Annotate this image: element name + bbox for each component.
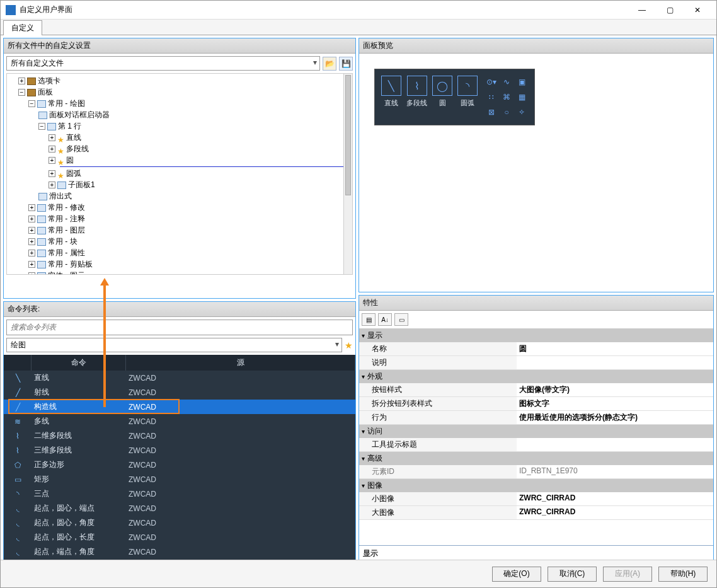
mini-icon[interactable]: ∿	[500, 76, 513, 88]
command-table[interactable]: 命令 源 ╲直线ZWCAD╱射线ZWCAD╱构造线ZWCAD≋多线ZWCAD⌇二…	[4, 355, 355, 562]
tree-scrollbar[interactable]	[343, 74, 352, 274]
mini-icon[interactable]: ▦	[515, 91, 528, 103]
command-row[interactable]: ◟起点，圆心，角度ZWCAD	[4, 516, 355, 530]
command-row[interactable]: ◟起点，端点，角度ZWCAD	[4, 545, 355, 559]
alphabetical-view-button[interactable]: A↓	[378, 313, 392, 326]
command-row[interactable]: ╱射线ZWCAD	[4, 385, 355, 400]
command-row[interactable]: ◝三点ZWCAD	[4, 487, 355, 501]
command-row[interactable]: ▭矩形ZWCAD	[4, 472, 355, 487]
command-source: ZWCAD	[126, 432, 355, 441]
properties-header: 特性	[359, 296, 713, 311]
tab-custom[interactable]: 自定义	[3, 20, 42, 35]
command-name: 三维多段线	[32, 445, 126, 456]
prop-small-img-value[interactable]: ZWRC_CIRRAD	[517, 492, 713, 505]
preview-item-line[interactable]: ╲直线	[381, 76, 401, 118]
title-bar: 自定义用户界面 — ▢ ✕	[1, 1, 716, 20]
command-name: 起点，圆心，端点	[32, 503, 126, 514]
prop-large-img-value[interactable]: ZWRC_CIRRAD	[517, 506, 713, 519]
customization-tree[interactable]: +选项卡 −面板 −常用 - 绘图 面板对话框启动器 −第 1 行	[7, 74, 352, 275]
tree-node-common-modify[interactable]: 常用 - 修改	[48, 203, 85, 212]
tab-strip: 自定义	[1, 20, 716, 35]
tree-node-arc[interactable]: 圆弧	[66, 169, 81, 178]
mini-icon[interactable]: ∷	[485, 91, 498, 103]
command-icon: ⌇	[4, 446, 32, 455]
command-search-input[interactable]: 搜索命令列表	[6, 320, 353, 335]
preview-item-circle[interactable]: ◯圆	[432, 76, 452, 118]
prop-behavior-value[interactable]: 使用最近使用的选项拆分(静态文字)	[517, 411, 713, 424]
pages-button[interactable]: ▭	[394, 313, 408, 326]
command-filter-dropdown[interactable]: 绘图	[6, 338, 342, 352]
command-row[interactable]: ╲直线ZWCAD	[4, 371, 355, 385]
help-button[interactable]: 帮助(H)	[658, 567, 708, 582]
command-icon: ▭	[4, 475, 32, 484]
command-source: ZWCAD	[126, 490, 355, 499]
app-icon	[6, 5, 16, 15]
apply-button[interactable]: 应用(A)	[603, 567, 652, 582]
tree-node-panel[interactable]: 面板	[38, 88, 53, 96]
save-button[interactable]: 💾	[339, 57, 353, 71]
command-name: 多线	[32, 416, 126, 427]
tree-node-ent-prim[interactable]: 实体 - 图元	[48, 271, 85, 275]
app-window: 自定义用户界面 — ▢ ✕ 自定义 所有文件中的自定义设置 所有自定义文件 📂 …	[0, 0, 717, 588]
prop-tooltip-value[interactable]	[517, 438, 713, 451]
open-folder-button[interactable]: 📂	[323, 57, 336, 71]
custom-settings-panel: 所有文件中的自定义设置 所有自定义文件 📂 💾 +选项卡 −面板	[3, 38, 356, 299]
command-row[interactable]: ≋多线ZWCAD	[4, 414, 355, 429]
mini-icon[interactable]: ⊠	[485, 106, 498, 118]
prop-btnstyle-value[interactable]: 大图像(带文字)	[517, 383, 713, 396]
command-row[interactable]: ◟起点，圆心，端点ZWCAD	[4, 501, 355, 516]
tree-node-tabcard[interactable]: 选项卡	[38, 76, 60, 85]
mini-icon[interactable]: ✧	[515, 106, 528, 118]
command-source: ZWCAD	[126, 388, 355, 397]
maximize-button[interactable]: ▢	[656, 1, 684, 19]
command-row[interactable]: ⌇三维多段线ZWCAD	[4, 443, 355, 458]
ok-button[interactable]: 确定(O)	[492, 567, 541, 582]
tree-node-line[interactable]: 直线	[66, 133, 81, 142]
tree-node-common-layer[interactable]: 常用 - 图层	[48, 226, 85, 234]
mini-icon[interactable]: ⊙▾	[485, 76, 498, 88]
tree-node-pline[interactable]: 多段线	[66, 144, 89, 153]
command-source: ZWCAD	[126, 475, 355, 484]
tree-node-common-annot[interactable]: 常用 - 注释	[48, 214, 85, 223]
mini-icon[interactable]: ▣	[515, 76, 528, 88]
command-list-header: 命令列表:	[4, 302, 355, 317]
property-grid[interactable]: ▾显示 名称圆 说明 ▾外观 按钮样式大图像(带文字) 拆分按钮列表样式图标文字…	[359, 329, 713, 520]
prop-split-value[interactable]: 图标文字	[517, 397, 713, 410]
command-name: 起点，圆心，角度	[32, 517, 126, 528]
col-header-command[interactable]: 命令	[32, 355, 126, 371]
close-button[interactable]: ✕	[684, 1, 711, 19]
minimize-button[interactable]: —	[628, 1, 656, 19]
tree-node-dialog-launcher[interactable]: 面板对话框启动器	[49, 110, 110, 119]
tree-node-row1[interactable]: 第 1 行	[58, 122, 81, 130]
prop-desc-value[interactable]	[517, 356, 713, 369]
tree-node-common-attr[interactable]: 常用 - 属性	[48, 248, 85, 257]
mini-icon[interactable]: ⌘	[500, 91, 513, 103]
command-row[interactable]: ⬠正多边形ZWCAD	[4, 458, 355, 472]
tree-node-circle[interactable]: 圆	[66, 156, 74, 164]
command-row[interactable]: ◟起点，圆心，长度ZWCAD	[4, 530, 355, 545]
cancel-button[interactable]: 取消(C)	[548, 567, 597, 582]
tree-node-common-clip[interactable]: 常用 - 剪贴板	[48, 260, 93, 268]
favorite-star-icon[interactable]: ★	[345, 340, 353, 350]
files-dropdown[interactable]: 所有自定义文件	[6, 56, 320, 71]
tree-node-subpanel1[interactable]: 子面板1	[68, 180, 95, 189]
command-name: 起点，圆心，长度	[32, 532, 126, 543]
mini-icon[interactable]: ○	[500, 106, 513, 118]
dialog-button-bar: 确定(O) 取消(C) 应用(A) 帮助(H)	[1, 560, 716, 587]
tree-node-slideout[interactable]: 滑出式	[49, 192, 72, 200]
tree-node-common-block[interactable]: 常用 - 块	[48, 237, 77, 246]
categorized-view-button[interactable]: ▤	[362, 313, 376, 326]
command-row[interactable]: ╱构造线ZWCAD	[4, 400, 355, 414]
custom-settings-header: 所有文件中的自定义设置	[4, 38, 355, 54]
command-icon: ╱	[4, 388, 32, 397]
preview-item-arc[interactable]: ◝圆弧	[457, 76, 478, 118]
prop-name-value[interactable]: 圆	[517, 342, 713, 355]
command-name: 起点，端点，角度	[32, 546, 126, 557]
preview-small-icons: ⊙▾∿▣ ∷⌘▦ ⊠○✧	[485, 76, 528, 118]
col-header-source[interactable]: 源	[126, 355, 355, 371]
command-row[interactable]: ⌇二维多段线ZWCAD	[4, 429, 355, 443]
preview-item-pline[interactable]: ⌇多段线	[406, 76, 427, 118]
command-icon: ╲	[4, 374, 32, 383]
tree-node-common-draw[interactable]: 常用 - 绘图	[48, 99, 85, 108]
command-name: 构造线	[32, 401, 126, 412]
